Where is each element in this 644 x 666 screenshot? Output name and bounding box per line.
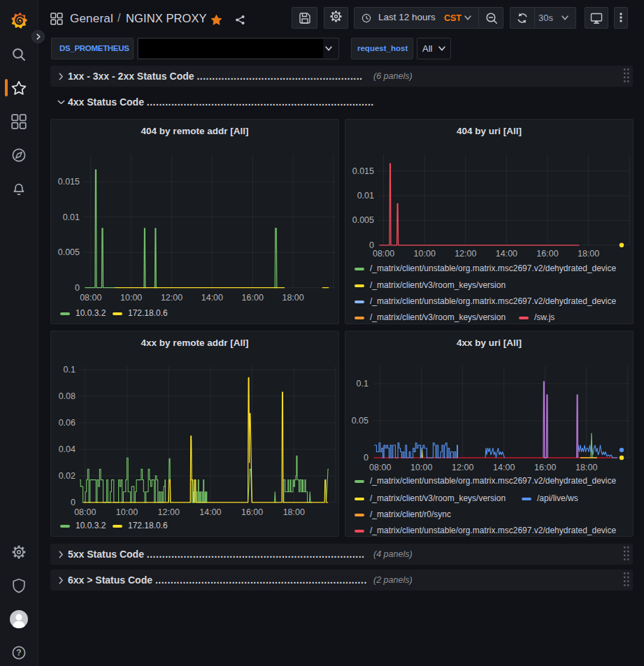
svg-text:0.08: 0.08 bbox=[59, 391, 76, 401]
svg-text:10:00: 10:00 bbox=[120, 293, 142, 303]
svg-text:18:00: 18:00 bbox=[578, 249, 599, 259]
svg-text:0.01: 0.01 bbox=[63, 212, 80, 222]
svg-text:0.005: 0.005 bbox=[352, 215, 374, 225]
svg-text:0: 0 bbox=[71, 498, 76, 507]
svg-text:0.06: 0.06 bbox=[59, 418, 76, 428]
svg-text:16:00: 16:00 bbox=[241, 507, 263, 517]
svg-text:0.015: 0.015 bbox=[352, 166, 374, 176]
svg-text:10:00: 10:00 bbox=[116, 507, 138, 517]
svg-text:16:00: 16:00 bbox=[534, 463, 556, 472]
svg-text:16:00: 16:00 bbox=[536, 249, 558, 259]
svg-text:08:00: 08:00 bbox=[369, 463, 391, 472]
svg-text:10:00: 10:00 bbox=[414, 249, 436, 259]
svg-text:0.005: 0.005 bbox=[58, 247, 80, 257]
svg-text:14:00: 14:00 bbox=[496, 249, 517, 259]
svg-text:12:00: 12:00 bbox=[158, 507, 180, 517]
svg-text:10:00: 10:00 bbox=[410, 463, 432, 472]
svg-text:18:00: 18:00 bbox=[282, 293, 303, 303]
svg-text:0: 0 bbox=[75, 283, 80, 293]
svg-text:0.01: 0.01 bbox=[357, 191, 374, 201]
svg-text:08:00: 08:00 bbox=[373, 249, 394, 259]
svg-text:12:00: 12:00 bbox=[452, 463, 473, 472]
svg-text:08:00: 08:00 bbox=[80, 293, 101, 303]
svg-text:16:00: 16:00 bbox=[242, 293, 264, 303]
svg-text:12:00: 12:00 bbox=[455, 249, 476, 259]
svg-text:14:00: 14:00 bbox=[201, 293, 223, 303]
svg-text:12:00: 12:00 bbox=[161, 293, 183, 303]
svg-text:18:00: 18:00 bbox=[283, 507, 305, 517]
svg-text:0: 0 bbox=[364, 453, 368, 463]
svg-text:0.04: 0.04 bbox=[59, 444, 76, 454]
svg-text:08:00: 08:00 bbox=[74, 507, 96, 517]
svg-text:18:00: 18:00 bbox=[575, 463, 597, 472]
svg-text:14:00: 14:00 bbox=[493, 463, 515, 472]
svg-text:14:00: 14:00 bbox=[199, 507, 221, 517]
svg-text:?: ? bbox=[16, 648, 21, 658]
svg-text:0.1: 0.1 bbox=[357, 379, 368, 389]
svg-text:0.1: 0.1 bbox=[64, 365, 76, 375]
svg-text:0.02: 0.02 bbox=[59, 471, 76, 481]
svg-text:0.015: 0.015 bbox=[58, 177, 80, 187]
svg-text:0.05: 0.05 bbox=[352, 416, 368, 426]
